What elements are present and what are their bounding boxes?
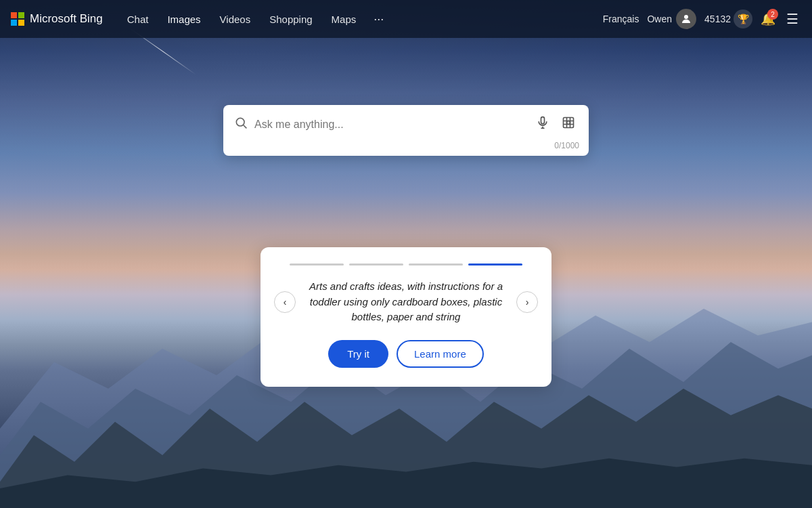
user-area[interactable]: Owen <box>647 9 696 29</box>
microphone-button[interactable] <box>533 113 552 135</box>
search-container: 0/1000 <box>223 105 589 156</box>
suggestion-text: Arts and crafts ideas, with instructions… <box>302 279 510 325</box>
nav-more-button[interactable]: ··· <box>367 9 390 29</box>
progress-dot-2 <box>349 263 403 266</box>
points-area[interactable]: 45132 🏆 <box>704 9 752 28</box>
trophy-icon: 🏆 <box>734 9 752 28</box>
nav-maps[interactable]: Maps <box>323 9 365 29</box>
svg-rect-10 <box>564 118 574 128</box>
next-suggestion-button[interactable]: › <box>516 291 538 313</box>
nav-chat[interactable]: Chat <box>119 9 157 29</box>
image-search-button[interactable] <box>559 113 578 135</box>
nav-right: Français Owen 45132 🏆 🔔 2 ☰ <box>603 8 801 30</box>
progress-dot-1 <box>290 263 344 266</box>
svg-rect-7 <box>541 117 545 124</box>
ms-logo-blue <box>11 20 17 26</box>
search-actions <box>533 113 578 135</box>
navbar: Microsoft Bing Chat Images Videos Shoppi… <box>0 0 812 38</box>
nav-links: Chat Images Videos Shopping Maps ··· <box>119 9 603 29</box>
search-icon <box>234 116 248 133</box>
search-input-row <box>234 113 578 135</box>
prev-suggestion-button[interactable]: ‹ <box>274 291 296 313</box>
progress-dots <box>274 263 538 266</box>
logo-area[interactable]: Microsoft Bing <box>11 12 103 26</box>
points-number: 45132 <box>704 14 731 24</box>
notification-badge: 2 <box>767 9 778 20</box>
svg-point-4 <box>684 15 688 19</box>
ms-logo-red <box>11 12 17 18</box>
search-box: 0/1000 <box>223 105 589 156</box>
suggestion-buttons: Try it Learn more <box>274 340 538 368</box>
nav-videos[interactable]: Videos <box>212 9 259 29</box>
microsoft-logo <box>11 12 24 26</box>
try-it-button[interactable]: Try it <box>328 340 388 368</box>
user-avatar <box>676 9 696 29</box>
user-name: Owen <box>647 14 672 24</box>
language-selector[interactable]: Français <box>603 14 639 24</box>
ms-logo-yellow <box>18 20 24 26</box>
learn-more-button[interactable]: Learn more <box>397 340 484 368</box>
progress-dot-3 <box>409 263 463 266</box>
notification-area[interactable]: 🔔 2 <box>761 12 775 26</box>
char-count: 0/1000 <box>554 141 579 150</box>
svg-point-5 <box>236 118 244 126</box>
progress-dot-4 <box>468 263 522 266</box>
nav-shopping[interactable]: Shopping <box>261 9 320 29</box>
suggestion-card: ‹ Arts and crafts ideas, with instructio… <box>261 247 551 387</box>
nav-images[interactable]: Images <box>159 9 208 29</box>
svg-line-6 <box>244 125 247 129</box>
ms-logo-green <box>18 12 24 18</box>
suggestion-content: ‹ Arts and crafts ideas, with instructio… <box>274 279 538 325</box>
logo-text: Microsoft Bing <box>30 12 103 26</box>
hamburger-menu[interactable]: ☰ <box>784 8 801 30</box>
search-input[interactable] <box>254 119 526 131</box>
